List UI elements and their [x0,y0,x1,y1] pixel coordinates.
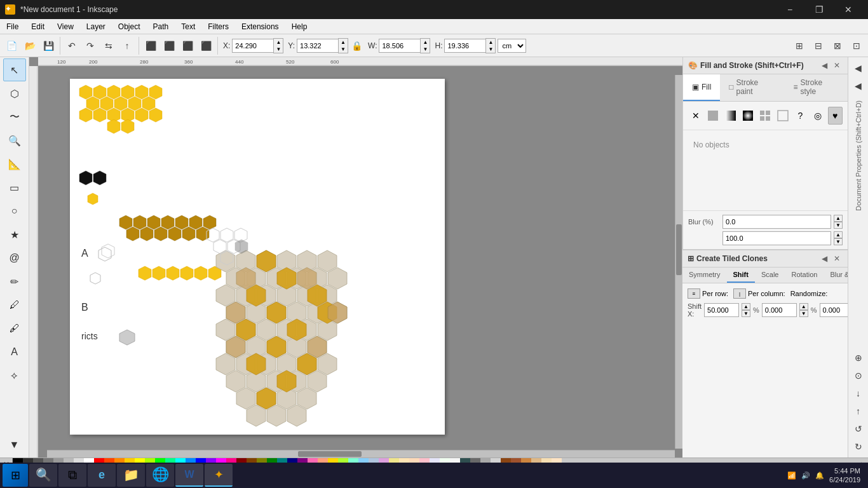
tab-rotation[interactable]: Rotation [785,268,824,283]
menu-view[interactable]: View [51,19,80,34]
rect-tool[interactable]: ▭ [3,176,26,199]
tab-shift[interactable]: Shift [727,268,755,283]
spiral-tool[interactable]: @ [3,247,26,269]
scroll-thumb-h[interactable] [298,451,362,457]
tab-scale[interactable]: Scale [755,268,785,283]
callig-tool[interactable]: 🖋 [3,317,26,340]
w-input[interactable] [379,39,420,53]
align-top-button[interactable]: ⬛ [197,37,215,55]
fill-radial-button[interactable] [740,107,755,125]
w-spin-down[interactable]: ▼ [421,46,430,53]
menu-edit[interactable]: Edit [25,19,51,34]
fill-pattern-button[interactable] [758,107,773,125]
fill-swatch-button[interactable] [775,107,790,125]
pen-tool[interactable]: 🖊 [3,294,26,316]
gradient-tool[interactable]: ⟡ [3,364,26,387]
unit-select[interactable]: cm px mm in [498,39,526,53]
snap2-button[interactable]: ⊟ [810,37,827,55]
close-button[interactable]: ✕ [834,0,863,19]
panel-close-button[interactable]: ✕ [831,60,843,71]
fill-none-button[interactable]: ✕ [688,107,703,125]
tiled-prev-button[interactable]: ◀ [818,253,830,264]
y-input[interactable] [297,39,338,53]
ellipse-tool[interactable]: ○ [3,200,26,222]
opacity-spin-down[interactable]: ▼ [834,238,843,245]
menu-text[interactable]: Text [175,19,201,34]
back-button[interactable]: ⇆ [100,37,118,55]
doc-prop-btn-1[interactable]: ◀ [850,60,867,76]
doc-prop-btn-4[interactable]: ⊙ [850,367,867,384]
tab-fill[interactable]: ▣ Fill [683,74,720,101]
snap3-button[interactable]: ⊠ [829,37,846,55]
taskbar-word[interactable]: W [175,464,203,487]
pencil-tool[interactable]: ✏ [3,270,26,293]
taskbar-file-explorer[interactable]: 📁 [117,464,145,487]
fill-flat-button[interactable] [705,107,720,125]
shift-x-input[interactable] [704,303,739,317]
x-input[interactable] [232,39,273,53]
blur-input[interactable] [722,215,831,229]
up-button[interactable]: ↑ [118,37,136,55]
scroll-thumb-v[interactable] [676,224,682,275]
redo-button[interactable]: ↷ [81,37,99,55]
tiled-close-button[interactable]: ✕ [831,253,843,264]
shift-x-spin-down[interactable]: ▼ [742,310,750,317]
taskbar-clock[interactable]: 5:44 PM 6/24/2019 [829,466,860,485]
blur-spin-up[interactable]: ▲ [834,215,843,222]
maximize-button[interactable]: ❐ [804,0,834,19]
taskbar-search[interactable]: 🔍 [29,464,57,487]
save-button[interactable]: 💾 [39,37,57,55]
menu-extensions[interactable]: Extensions [235,19,285,34]
align-center-button[interactable]: ⬛ [160,37,178,55]
menu-file[interactable]: File [0,19,25,34]
align-left-button[interactable]: ⬛ [142,37,159,55]
lock-icon[interactable]: 🔒 [351,41,362,51]
fill-unset-button[interactable]: ◎ [810,107,825,125]
align-right-button[interactable]: ⬛ [179,37,196,55]
h-input[interactable] [444,39,485,53]
snap-button[interactable]: ⊞ [790,37,808,55]
doc-prop-btn-6[interactable]: ↑ [850,403,867,419]
doc-prop-btn-3[interactable]: ⊕ [850,349,867,366]
tab-blur-opacity[interactable]: Blur & opacity [824,268,848,283]
opacity-spin-up[interactable]: ▲ [834,231,843,238]
canvas-content[interactable]: A [38,66,682,458]
tweak-tool[interactable]: 〜 [3,105,26,128]
panel-prev-button[interactable]: ◀ [818,60,830,71]
star-tool[interactable]: ★ [3,223,26,246]
shift-x-spin-up[interactable]: ▲ [742,303,750,310]
canvas-area[interactable]: 120 200 280 360 440 520 600 [29,57,682,458]
x-spin-down[interactable]: ▼ [274,46,283,53]
menu-object[interactable]: Object [112,19,147,34]
zoom-tool[interactable]: 🔍 [3,129,26,152]
minimize-button[interactable]: − [775,0,804,19]
menu-layer[interactable]: Layer [80,19,112,34]
open-button[interactable]: 📂 [21,37,39,55]
undo-button[interactable]: ↶ [63,37,81,55]
menu-path[interactable]: Path [147,19,175,34]
node-tool[interactable]: ⬡ [3,82,26,105]
taskbar-chrome[interactable]: 🌐 [146,464,174,487]
new-button[interactable]: 📄 [3,37,20,55]
scrollbar-vertical[interactable] [675,75,682,449]
shift-x2-spin-up[interactable]: ▲ [799,303,808,310]
taskbar-edge[interactable]: e [88,464,116,487]
blur-spin-down[interactable]: ▼ [834,222,843,229]
doc-prop-btn-7[interactable]: ↺ [850,421,867,437]
scrollbar-horizontal[interactable] [47,450,675,458]
y-spin-up[interactable]: ▲ [339,39,348,46]
tab-stroke-paint[interactable]: □ Stroke paint [720,74,784,101]
fill-unknown-button[interactable]: ? [793,107,808,125]
menu-filters[interactable]: Filters [201,19,235,34]
h-spin-down[interactable]: ▼ [486,46,495,53]
opacity-input[interactable] [722,231,831,245]
dropper-tool[interactable]: ▼ [3,433,26,456]
shift-x2-input[interactable] [762,303,797,317]
tab-stroke-style[interactable]: ≡ Stroke style [784,74,848,101]
text-tool[interactable]: A [3,341,26,363]
tab-symmetry[interactable]: Symmetry [682,268,727,283]
shift-x2-spin-down[interactable]: ▼ [799,310,808,317]
menu-help[interactable]: Help [285,19,314,34]
y-spin-down[interactable]: ▼ [339,46,348,53]
h-spin-up[interactable]: ▲ [486,39,495,46]
